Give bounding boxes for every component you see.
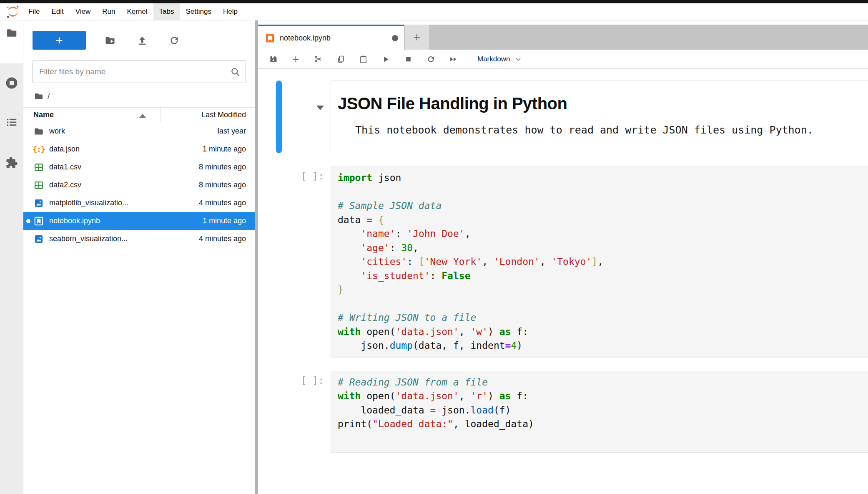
puzzle-icon (5, 156, 18, 169)
refresh-button[interactable] (166, 31, 183, 50)
sort-ascending-icon (139, 114, 146, 118)
file-modified: 4 minutes ago (199, 234, 246, 243)
menu-kernel[interactable]: Kernel (121, 3, 153, 20)
column-header-name[interactable]: Name (23, 108, 161, 122)
file-name: matplotlib_visualizatio... (49, 199, 199, 207)
menu-tabs[interactable]: Tabs (153, 3, 180, 20)
restart-kernel-button[interactable] (426, 53, 435, 65)
cell-type-value: Markdown (477, 55, 510, 63)
sidebar-tab-file-browser[interactable] (0, 21, 23, 45)
panel-splitter[interactable] (255, 20, 258, 494)
notebook-tab-icon (265, 33, 275, 43)
menu-file[interactable]: File (23, 3, 45, 20)
paste-cell-button[interactable] (359, 53, 368, 65)
file-name: data.json (49, 145, 203, 154)
new-launcher-button[interactable] (33, 31, 86, 50)
running-kernel-dot (26, 219, 30, 223)
cell-collapser[interactable] (276, 166, 282, 358)
file-modified: 1 minute ago (203, 217, 246, 225)
save-icon (269, 55, 278, 64)
file-row-work[interactable]: work last year (23, 122, 255, 140)
dock-tab-bar: notebook.ipynb (258, 25, 868, 50)
restart-run-all-button[interactable] (449, 53, 458, 65)
notebook-panel: notebook.ipynb (258, 20, 868, 494)
plus-icon (291, 55, 300, 64)
file-name: data2.csv (49, 181, 199, 189)
file-filter (33, 60, 246, 83)
file-name: notebook.ipynb (49, 217, 203, 225)
plus-icon (412, 32, 422, 42)
execution-prompt: [ ]: (282, 371, 331, 453)
cell-type-dropdown[interactable]: Markdown (477, 55, 522, 63)
new-folder-button[interactable] (102, 31, 118, 50)
heading-collapse-icon[interactable] (316, 106, 324, 110)
run-icon (381, 55, 390, 64)
upload-button[interactable] (134, 31, 151, 50)
markdown-cell-row: JSON File Handling in Python This notebo… (258, 81, 868, 153)
file-filter-input[interactable] (33, 60, 246, 83)
run-cell-button[interactable] (381, 53, 390, 65)
refresh-icon (169, 35, 180, 46)
column-name-label: Name (33, 111, 54, 119)
file-row-data-json[interactable]: {:} data.json 1 minute ago (23, 140, 255, 158)
home-folder-icon[interactable] (34, 91, 44, 101)
file-browser-toolbar (23, 20, 255, 52)
file-row-data1-csv[interactable]: data1.csv 8 minutes ago (23, 158, 255, 176)
sidebar-tab-table-of-contents[interactable] (0, 111, 23, 134)
insert-cell-button[interactable] (291, 53, 300, 65)
column-header-modified[interactable]: Last Modified (161, 108, 255, 122)
execution-prompt: [ ]: (282, 166, 331, 358)
sidebar-tab-extensions[interactable] (0, 151, 23, 174)
upload-icon (137, 35, 148, 46)
json-file-icon: {:} (33, 145, 44, 154)
file-list: work last year {:} data.json 1 minute ag… (23, 122, 255, 248)
code-cell-editor[interactable]: # Reading JSON from a filewith open('dat… (331, 371, 868, 453)
menu-view[interactable]: View (70, 3, 97, 20)
image-file-icon (34, 234, 44, 244)
file-row-seaborn-visualization[interactable]: seaborn_visualization... 4 minutes ago (23, 230, 255, 248)
main-menubar: File Edit View Run Kernel Tabs Settings … (0, 3, 868, 20)
breadcrumb-root[interactable]: / (48, 92, 50, 101)
code-cell-editor[interactable]: import json # Sample JSON datadata = { '… (331, 166, 868, 358)
menu-settings[interactable]: Settings (180, 3, 217, 20)
breadcrumb: / (34, 88, 255, 105)
file-row-matplotlib-visualization[interactable]: matplotlib_visualizatio... 4 minutes ago (23, 194, 255, 212)
file-modified: last year (218, 127, 246, 136)
markdown-cell[interactable]: JSON File Handling in Python This notebo… (331, 81, 868, 153)
file-name: work (49, 127, 218, 136)
jupyterlab-window: File Edit View Run Kernel Tabs Settings … (0, 0, 868, 494)
cell-collapser[interactable] (276, 371, 282, 453)
cell-collapser[interactable] (276, 81, 282, 153)
plus-icon (55, 36, 64, 45)
cut-cell-button[interactable] (314, 53, 323, 65)
file-name: data1.csv (49, 163, 199, 171)
copy-cell-button[interactable] (336, 53, 345, 65)
sidebar-tab-running-sessions[interactable] (0, 71, 23, 95)
jupyter-logo (3, 3, 23, 20)
image-file-icon (34, 198, 44, 208)
file-list-header: Name Last Modified (23, 107, 255, 122)
file-row-data2-csv[interactable]: data2.csv 8 minutes ago (23, 176, 255, 194)
column-modified-label: Last Modified (201, 111, 246, 119)
file-modified: 8 minutes ago (199, 181, 246, 189)
tab-notebook-ipynb[interactable]: notebook.ipynb (258, 25, 404, 50)
unsaved-changes-dot (392, 35, 398, 41)
menu-run[interactable]: Run (96, 3, 121, 20)
code-cell-row: [ ]: import json # Sample JSON datadata … (258, 166, 868, 358)
menu-help[interactable]: Help (217, 3, 243, 20)
notebook-file-icon (33, 216, 44, 227)
copy-icon (336, 55, 345, 64)
restart-icon (426, 55, 435, 64)
new-tab-button[interactable] (405, 25, 429, 50)
menu-edit[interactable]: Edit (45, 3, 69, 20)
cell-gutter (282, 81, 331, 153)
scissors-icon (314, 54, 323, 64)
csv-file-icon (34, 162, 44, 172)
paste-icon (359, 55, 368, 64)
file-row-notebook-ipynb[interactable]: notebook.ipynb 1 minute ago (23, 212, 255, 230)
interrupt-kernel-button[interactable] (404, 53, 413, 65)
tab-label: notebook.ipynb (280, 34, 331, 43)
folder-icon (33, 126, 44, 137)
save-button[interactable] (269, 53, 278, 65)
jupyter-logo-icon (6, 5, 20, 19)
